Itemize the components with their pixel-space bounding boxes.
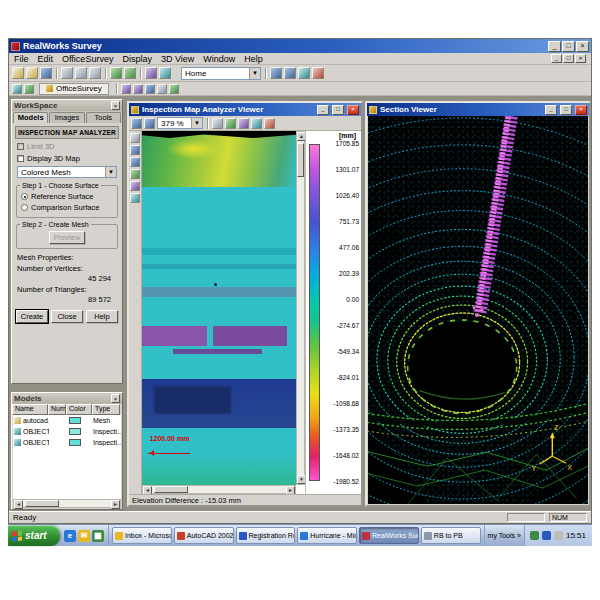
taskbar-item-hurricane[interactable]: Hurricane - Micro... [297,527,357,544]
scale-tool-icon[interactable] [130,193,140,203]
open-icon[interactable] [26,67,38,79]
close-button[interactable]: Close [51,310,83,323]
table-row[interactable]: OBJECT... Inspecti... [13,437,121,448]
taskbar-item-registration[interactable]: Registration Rep... [236,527,296,544]
mdi-restore-icon[interactable]: □ [563,54,574,63]
start-button[interactable]: start [8,525,60,546]
taskbar-item-rb-to-pb[interactable]: RB to PB [421,527,481,544]
close-icon[interactable]: × [576,41,589,52]
measure-icon[interactable] [225,118,236,129]
limit-3d-checkbox[interactable]: Limit 3D [17,142,117,151]
inspection-heatmap[interactable]: 1200.00 mm [142,131,296,485]
zoom-out-icon[interactable] [284,67,296,79]
zoom-combo[interactable]: 379 % ▼ [157,117,203,129]
help-button[interactable]: Help [86,310,118,323]
column-type[interactable]: Type [92,404,120,415]
new-icon[interactable] [12,67,24,79]
undo-icon[interactable] [110,67,122,79]
copy-icon[interactable] [75,67,87,79]
profile-tool-icon[interactable] [145,84,155,94]
scroll-right-icon[interactable]: ► [111,500,120,509]
zoom-in-icon[interactable] [270,67,282,79]
paste-icon[interactable] [89,67,101,79]
mesh-tool-icon[interactable] [121,84,131,94]
models-panel-titlebar[interactable]: Models × [12,393,122,404]
redo-icon[interactable] [124,67,136,79]
desk-band-my-tools[interactable]: my Tools » [484,525,524,546]
menu-file[interactable]: File [14,54,29,64]
vertical-scrollbar[interactable]: ▲ ▼ [296,131,305,485]
preview-button[interactable]: Preview [49,231,86,244]
zoom-window-icon[interactable] [144,118,155,129]
internet-explorer-icon[interactable]: e [64,530,76,542]
column-name[interactable]: Name [12,404,48,415]
workspace-panel-titlebar[interactable]: WorkSpace × [12,100,122,111]
palette-icon[interactable] [251,118,262,129]
survey-icon[interactable] [24,84,34,94]
pan-icon[interactable] [298,67,310,79]
scroll-left-icon[interactable]: ◄ [143,486,152,494]
horizontal-scrollbar[interactable]: ◄ ► [142,485,296,494]
menu-officesurvey[interactable]: OfficeSurvey [62,54,113,64]
app-titlebar[interactable]: RealWorks Survey _ □ × [9,39,591,53]
properties-icon[interactable] [145,67,157,79]
maximize-icon[interactable]: □ [560,105,572,115]
minimize-icon[interactable]: _ [317,105,329,115]
column-num[interactable]: Num... [48,404,66,415]
horizontal-scrollbar[interactable]: ◄ ► [13,499,121,508]
scroll-right-icon[interactable]: ► [286,486,295,494]
create-button[interactable]: Create [16,310,48,323]
menu-3d-view[interactable]: 3D View [161,54,194,64]
target-icon[interactable] [312,67,324,79]
show-desktop-icon[interactable]: ▦ [92,530,104,542]
chevron-right-icon[interactable]: » [517,532,521,539]
scrollbar-thumb[interactable] [154,486,188,493]
maximize-icon[interactable]: □ [562,41,575,52]
report-tool-icon[interactable] [157,84,167,94]
section-viewer-canvas[interactable]: Z X Y [368,116,588,504]
inspection-tool-icon[interactable] [133,84,143,94]
scroll-left-icon[interactable]: ◄ [14,500,23,509]
display-3d-map-checkbox[interactable]: Display 3D Map [17,154,117,163]
taskbar-item-autocad[interactable]: AutoCAD 2002 [174,527,234,544]
tab-images[interactable]: Images [49,112,84,123]
tray-icon[interactable] [530,531,539,540]
label-tool-icon[interactable] [130,181,140,191]
home-combo[interactable]: Home ▼ [181,67,261,80]
select-tool-icon[interactable] [130,133,140,143]
tray-icon[interactable] [542,531,551,540]
menu-help[interactable]: Help [244,54,263,64]
comparison-surface-radio[interactable]: Comparison Surface [21,203,113,212]
maximize-icon[interactable]: □ [332,105,344,115]
mdi-close-icon[interactable]: × [575,54,586,63]
map-viewer-titlebar[interactable]: Inspection Map Analyzer Viewer _ □ × [129,103,361,116]
chevron-down-icon[interactable]: ▼ [105,167,116,177]
measure-tool-icon[interactable] [169,84,179,94]
reference-surface-radio[interactable]: Reference Surface [21,192,113,201]
close-icon[interactable]: × [111,394,120,403]
scrollbar-thumb[interactable] [297,143,304,177]
zoom-tool-icon[interactable] [130,157,140,167]
print-icon[interactable] [264,118,275,129]
zoom-extents-icon[interactable] [131,118,142,129]
chevron-down-icon[interactable]: ▼ [249,68,260,79]
scrollbar-thumb[interactable] [25,500,59,507]
table-row[interactable]: autocad... Mesh [13,415,121,426]
section-viewer-titlebar[interactable]: Section Viewer _ □ × [367,103,589,116]
probe-tool-icon[interactable] [130,169,140,179]
chevron-down-icon[interactable]: ▼ [191,118,202,128]
annotate-icon[interactable] [238,118,249,129]
outlook-icon[interactable]: ✉ [78,530,90,542]
table-row[interactable]: OBJECT... Inspecti... [13,426,121,437]
minimize-icon[interactable]: _ [545,105,557,115]
view-icon[interactable] [159,67,171,79]
tab-tools[interactable]: Tools [86,112,121,123]
module-icon[interactable] [12,84,22,94]
grid-icon[interactable] [212,118,223,129]
menu-display[interactable]: Display [122,54,152,64]
close-icon[interactable]: × [111,101,120,110]
tray-icon[interactable] [554,531,563,540]
menu-window[interactable]: Window [203,54,235,64]
save-icon[interactable] [40,67,52,79]
mdi-minimize-icon[interactable]: _ [551,54,562,63]
